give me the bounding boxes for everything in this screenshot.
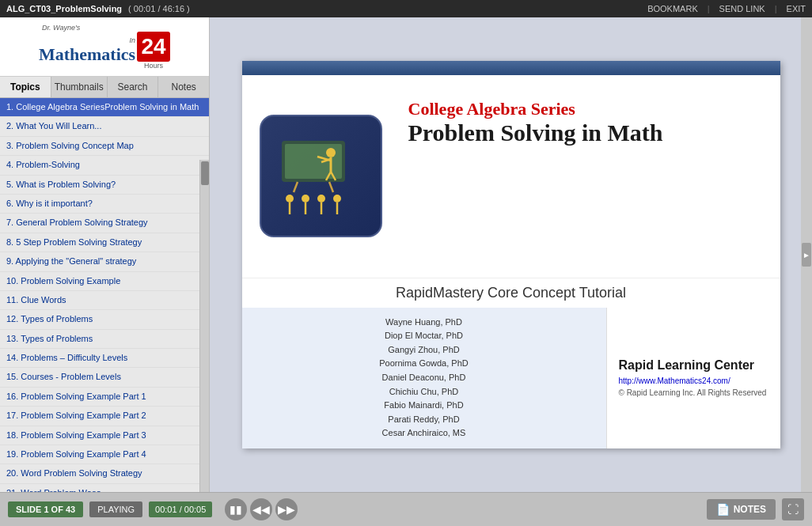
tab-thumbnails[interactable]: Thumbnails bbox=[51, 77, 108, 97]
time-display: 00:01 / 00:05 bbox=[149, 501, 212, 517]
topic-item-20[interactable]: 20. Word Problem Solving Strategy bbox=[0, 464, 209, 483]
slide-rlc-url[interactable]: http://www.Mathematics24.com/ bbox=[619, 377, 768, 385]
right-panel: ► bbox=[801, 17, 812, 492]
send-link-link[interactable]: SEND LINK bbox=[719, 4, 765, 13]
scrollbar-thumb[interactable] bbox=[201, 161, 209, 185]
playing-label: PLAYING bbox=[89, 501, 142, 517]
bottom-bar: SLIDE 1 OF 43 PLAYING 00:01 / 00:05 ▮▮ ◀… bbox=[0, 492, 812, 526]
logo-dr-waynes: Dr. Wayne's bbox=[42, 24, 170, 32]
slide-authors: Wayne Huang, PhDDiop El Moctar, PhDGangy… bbox=[242, 308, 606, 448]
topic-item-7[interactable]: 7. General Problem Solving Strategy bbox=[0, 214, 209, 233]
svg-line-2 bbox=[294, 182, 298, 192]
topic-item-4[interactable]: 4. Problem-Solving bbox=[0, 156, 209, 175]
expand-panel-button[interactable]: ► bbox=[802, 243, 811, 267]
slide-series: College Algebra Series bbox=[408, 99, 765, 119]
top-bar-left: ALG_CT03_ProblemSolving ( 00:01 / 46:16 … bbox=[6, 4, 190, 13]
topic-item-8[interactable]: 8. 5 Step Problem Solving Strategy bbox=[0, 233, 209, 252]
slide-content: College Algebra Series Problem Solving i… bbox=[242, 75, 780, 278]
logo-area: Dr. Wayne's In Mathematics 24 Hours bbox=[0, 17, 209, 77]
topic-item-2[interactable]: 2. What You Will Learn... bbox=[0, 117, 209, 136]
svg-point-12 bbox=[302, 195, 309, 202]
topic-item-14[interactable]: 14. Problems – Difficulty Levels bbox=[0, 349, 209, 368]
bookmark-link[interactable]: BOOKMARK bbox=[647, 4, 698, 13]
slide-title-area: College Algebra Series Problem Solving i… bbox=[408, 91, 765, 146]
slide-rlc: Rapid Learning Center http://www.Mathema… bbox=[606, 308, 780, 448]
author-entry: Daniel Deaconu, PhD bbox=[254, 371, 594, 385]
logo-main: In Mathematics 24 Hours bbox=[39, 32, 170, 70]
topic-item-5[interactable]: 5. What is Problem Solving? bbox=[0, 176, 209, 195]
topic-item-19[interactable]: 19. Problem Solving Example Part 4 bbox=[0, 445, 209, 464]
topic-item-12[interactable]: 12. Types of Problems bbox=[0, 310, 209, 329]
topic-item-18[interactable]: 18. Problem Solving Example Part 3 bbox=[0, 426, 209, 445]
main-layout: Dr. Wayne's In Mathematics 24 Hours bbox=[0, 17, 812, 492]
author-entry: Wayne Huang, PhD bbox=[254, 316, 594, 330]
tab-search[interactable]: Search bbox=[108, 77, 159, 97]
topic-item-10[interactable]: 10. Problem Solving Example bbox=[0, 272, 209, 291]
slide-icon-box bbox=[260, 115, 382, 237]
top-bar-right: BOOKMARK | SEND LINK | EXIT bbox=[647, 4, 806, 13]
topic-item-16[interactable]: 16. Problem Solving Example Part 1 bbox=[0, 388, 209, 407]
topic-item-6[interactable]: 6. Why is it important? bbox=[0, 195, 209, 214]
slide-frame: College Algebra Series Problem Solving i… bbox=[242, 61, 780, 448]
slide-left bbox=[242, 75, 400, 278]
topics-list: 1. College Algebra SeriesProblem Solving… bbox=[0, 98, 209, 492]
logo-24-box: 24 bbox=[137, 32, 170, 62]
content-area: College Algebra Series Problem Solving i… bbox=[210, 17, 812, 492]
slide-tutorial-title: RapidMastery Core Concept Tutorial bbox=[242, 278, 780, 308]
svg-point-16 bbox=[333, 195, 341, 202]
author-entry: Chichiu Chu, PhD bbox=[254, 385, 594, 399]
topic-item-1[interactable]: 1. College Algebra SeriesProblem Solving… bbox=[0, 98, 209, 117]
author-entry: Parati Reddy, PhD bbox=[254, 413, 594, 427]
notes-label: NOTES bbox=[734, 504, 766, 515]
svg-point-14 bbox=[317, 195, 325, 202]
topic-item-9[interactable]: 9. Applying the "General" strategy bbox=[0, 252, 209, 271]
tab-notes[interactable]: Notes bbox=[158, 77, 209, 97]
topic-item-13[interactable]: 13. Types of Problems bbox=[0, 330, 209, 349]
next-button[interactable]: ▶▶ bbox=[275, 498, 298, 520]
sidebar: Dr. Wayne's In Mathematics 24 Hours bbox=[0, 17, 210, 492]
slide-indicator: SLIDE 1 OF 43 bbox=[8, 501, 83, 517]
topic-item-3[interactable]: 3. Problem Solving Concept Map bbox=[0, 137, 209, 156]
prev-button[interactable]: ◀◀ bbox=[250, 498, 272, 520]
topic-item-21[interactable]: 21. Word Problem Woes bbox=[0, 484, 209, 492]
logo-hours: Hours bbox=[144, 62, 163, 70]
slide-subtitle: Problem Solving in Math bbox=[408, 119, 765, 146]
playback-controls: ▮▮ ◀◀ ▶▶ bbox=[225, 498, 298, 520]
exit-link[interactable]: EXIT bbox=[787, 4, 806, 13]
topic-item-17[interactable]: 17. Problem Solving Example Part 2 bbox=[0, 407, 209, 426]
svg-point-4 bbox=[326, 148, 336, 157]
top-bar-time: ( 00:01 / 46:16 ) bbox=[128, 4, 190, 13]
slide-top-bar bbox=[242, 61, 780, 75]
sidebar-scrollbar[interactable] bbox=[199, 160, 209, 492]
slide-rlc-copy: © Rapid Learning Inc. All Rights Reserve… bbox=[619, 388, 768, 397]
top-bar: ALG_CT03_ProblemSolving ( 00:01 / 46:16 … bbox=[0, 0, 812, 17]
slide-area: College Algebra Series Problem Solving i… bbox=[210, 17, 812, 492]
logo-mathematics: Mathematics bbox=[39, 44, 135, 65]
author-entry: Diop El Moctar, PhD bbox=[254, 329, 594, 343]
topic-item-15[interactable]: 15. Courses - Problem Levels bbox=[0, 368, 209, 387]
svg-point-10 bbox=[286, 195, 294, 202]
teacher-icon bbox=[274, 129, 369, 224]
slide-bottom: Wayne Huang, PhDDiop El Moctar, PhDGangy… bbox=[242, 308, 780, 448]
slide-right: College Algebra Series Problem Solving i… bbox=[400, 75, 780, 278]
tab-topics[interactable]: Topics bbox=[0, 77, 51, 97]
author-entry: Cesar Anchiraico, MS bbox=[254, 426, 594, 441]
notes-icon: 📄 bbox=[716, 503, 730, 516]
logo-24-number: 24 bbox=[142, 34, 166, 59]
notes-button[interactable]: 📄 NOTES bbox=[707, 499, 776, 520]
svg-line-3 bbox=[329, 182, 333, 192]
author-entry: Gangyi Zhou, PhD bbox=[254, 343, 594, 358]
logo-in-text: In bbox=[130, 36, 136, 44]
nav-tabs: Topics Thumbnails Search Notes bbox=[0, 77, 209, 98]
author-entry: Fabio Mainardi, PhD bbox=[254, 399, 594, 413]
topic-item-11[interactable]: 11. Clue Words bbox=[0, 291, 209, 310]
logo-inner: Dr. Wayne's In Mathematics 24 Hours bbox=[39, 24, 170, 70]
slide-rlc-title: Rapid Learning Center bbox=[619, 358, 768, 373]
fullscreen-button[interactable]: ⛶ bbox=[782, 498, 804, 520]
pause-button[interactable]: ▮▮ bbox=[225, 498, 247, 520]
top-bar-title: ALG_CT03_ProblemSolving bbox=[6, 4, 122, 13]
author-entry: Poornima Gowda, PhD bbox=[254, 357, 594, 371]
